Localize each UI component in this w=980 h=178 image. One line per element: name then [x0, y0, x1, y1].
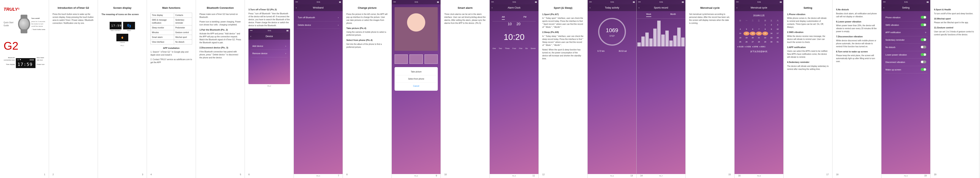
page-title: Sport (& Sleep) [542, 6, 584, 10]
setting-row[interactable]: Phone vibration [884, 14, 928, 21]
setting-panel-1: Setting 1.Phone vibrationWhile phone com… [784, 0, 832, 178]
intro-text: Press the touch button area to wake up t… [52, 13, 94, 25]
model-name: G2 [3, 37, 45, 54]
main-functions-panel: Main functions Time displayContacts SMS … [147, 0, 196, 178]
page-title: Screen display [102, 6, 143, 10]
back-icon[interactable]: ‹ [590, 6, 590, 10]
page-title: Bluetooth Connection [199, 6, 241, 10]
time-wheel[interactable]: 1020 [493, 21, 536, 27]
setting-row[interactable]: SMS vibration [884, 21, 928, 29]
select-from-phone-option[interactable]: Select from phone [396, 75, 437, 83]
setting-row[interactable]: Wake up screen [884, 66, 928, 74]
remove-device-row[interactable]: Remove device› [251, 50, 287, 57]
page-title: 3.Turn off eTimer G2 (Pic.3) [248, 8, 290, 11]
intro-panel: Introduction of eTimer G2 Press the touc… [49, 0, 98, 178]
time-callout: Time display [3, 63, 15, 66]
functions-table: Time displayContacts SMS & message notif… [151, 13, 192, 45]
sport-sleep-panel: Sport (& Sleep) 1.Sport (Pic.6/7) In " T… [539, 0, 588, 178]
tab-week[interactable]: Week [646, 13, 651, 17]
pic-label: Pic.2 [248, 84, 290, 88]
bar-chart [637, 22, 684, 47]
power-callout: Power icon [37, 63, 45, 66]
pic-label: Pic.9 [881, 174, 930, 178]
pic-label: Pic.8 [735, 174, 783, 178]
alarm-phone-panel: ••••9:41▮▮ ‹Alarm Clock AM PM 1020 10:20… [490, 0, 539, 178]
take-picture-option[interactable]: Take picture [396, 68, 437, 75]
delete-device-row[interactable]: Delete device› [297, 21, 340, 29]
page-title: Main functions [151, 6, 192, 10]
hr-callout: Auto heart rate icon [37, 56, 45, 61]
back-icon[interactable]: ‹ [492, 6, 493, 10]
turn-desc: press for 3 seconds the button to turn o… [31, 21, 45, 27]
photo-dialog-panel: ••••9:41▮▮ Take picture Select from phon… [392, 0, 441, 178]
setting-row[interactable]: No disturb [884, 44, 928, 51]
nav-title: Menstrual cycle [751, 6, 767, 10]
menstrual-phone-panel: ••••9:41▮▮ ‹Menstrual cycle 2016年12月 日一二… [735, 0, 784, 178]
action-sheet: Take picture Select from phone Cancel [395, 67, 438, 91]
cycle-remaining: 距下次月经还有4天 [737, 50, 781, 53]
back-icon[interactable]: ‹ [296, 6, 297, 10]
watch-illustration [18, 17, 30, 31]
alarm-time: 10:20 [493, 31, 536, 43]
pic-label: Pic.5 [490, 174, 538, 178]
step-dial: 1069 STEP [598, 18, 626, 46]
thumbnail-row [395, 55, 438, 64]
turnoff-bt-row[interactable]: Turn off Bluetooth› [297, 14, 340, 21]
lcd-time: 17:59 [18, 61, 34, 68]
app-step1: 1. Search " eTimer G2 " in Google play a… [151, 50, 192, 56]
pic-label: Pic.1 [102, 44, 143, 48]
wristband-phone-panel: ••••9:41▮▮ ‹Wristband Turn off Bluetooth… [294, 0, 343, 178]
nav-title: Wristband [313, 6, 324, 10]
cancel-button[interactable]: Cancel [396, 83, 437, 90]
page-title: Change picture [346, 6, 388, 10]
tab-pm[interactable]: PM [523, 16, 527, 20]
tab-month[interactable]: Month [670, 13, 676, 17]
setting-row[interactable]: Lower-power vibration [884, 51, 928, 59]
qsg-label: Quick Start Guide [3, 21, 17, 27]
distance-value: 0.72 km [597, 50, 605, 53]
turn-label: Turn on/off [31, 17, 40, 20]
nav-title: Setting [902, 6, 909, 10]
page-title: Smart alarm [444, 6, 486, 10]
back-icon[interactable]: ‹ [639, 6, 640, 10]
nav-title: Device [266, 35, 273, 38]
month-label: 2016年12月 [737, 14, 781, 17]
touch-label: Touch button area [32, 28, 45, 31]
pic-label: Pic.3 [294, 174, 343, 178]
calendar-grid[interactable]: 日一二三四五六 123 45678910 11121314151617 1819… [737, 19, 781, 44]
today-activity-panel: ••••9:41▮▮ ‹Today activity 1069 STEP 0.7… [588, 0, 636, 178]
setting-row[interactable]: Disconnect vibration [884, 59, 928, 66]
setting-panel-2: 5.No disturbBesides clock alarm, all not… [832, 0, 881, 178]
app-install-title: APP installation [151, 47, 192, 50]
pic-label: Pic.4 [392, 174, 441, 178]
app-step2: 2. Contact TRULY service as safefitcare.… [151, 58, 192, 64]
brand-logo: TRULY® [3, 6, 45, 13]
bt-callout: Bluetooth connection icon [3, 56, 15, 61]
setting-row[interactable]: APP notification> [884, 29, 928, 36]
lcd-screen: ⚙♥▮▮▮▮ 17:59 [16, 58, 35, 68]
add-device-row[interactable]: Add device› [251, 42, 287, 50]
step-count: 1069 [606, 26, 618, 35]
turnoff-panel: 3.Turn off eTimer G2 (Pic.3) Press " tur… [245, 0, 294, 178]
cover-panel: TRULY® Quick Start Guide Turn on/off pre… [0, 0, 49, 178]
pic-label: Pic.6 [588, 174, 636, 178]
sport-health-panel: 9.Sport & HealthTo turn on/off of the sp… [931, 0, 979, 178]
page-title: Setting [787, 6, 829, 10]
bluetooth-panel: Bluetooth Connection Please make sure eT… [196, 0, 245, 178]
smart-alarm-panel: Smart alarm Three clock alarms can be se… [441, 0, 490, 178]
page-title: Introduction of eTimer G2 [52, 6, 94, 10]
setting-row[interactable]: Sedentary reminder [884, 36, 928, 44]
setting-phone-panel: ••••9:41▮▮ ‹Setting Phone vibrationSMS v… [881, 0, 931, 178]
back-icon[interactable]: ‹ [883, 6, 884, 10]
nav-title: Today activity [605, 6, 619, 10]
back-icon[interactable]: ‹ [250, 35, 251, 38]
sports-record-panel: ••••9:41▮▮ ‹Sports record Week Month Pic… [636, 0, 686, 178]
page-title: Menstrual cycle [689, 6, 731, 10]
calorie-value: 36.53 cal [619, 50, 627, 53]
pic-label: Pic.7 [636, 174, 686, 178]
tab-am[interactable]: AM [502, 16, 505, 20]
nav-title: Sports record [654, 6, 668, 10]
back-icon[interactable]: ‹ [737, 6, 737, 10]
nav-title: Alarm Clock [508, 6, 521, 10]
menstrual-panel: Menstrual cycle Set menstrual cycle/mens… [686, 0, 735, 178]
